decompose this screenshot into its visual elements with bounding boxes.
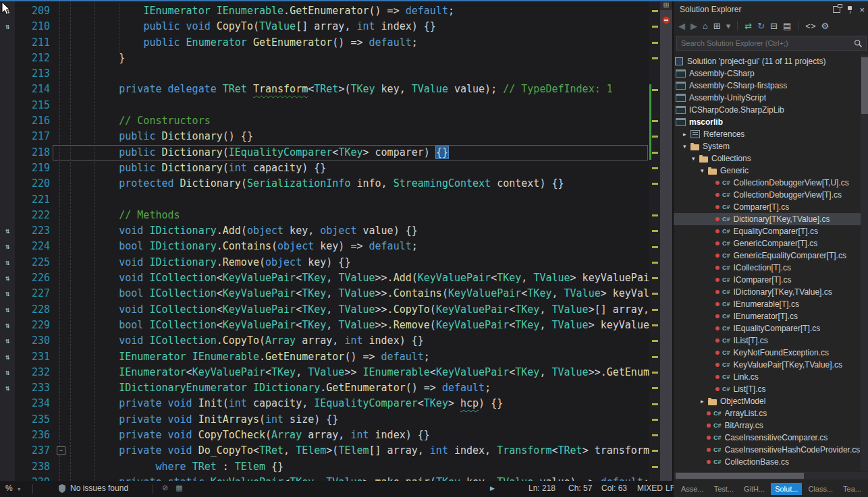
close-icon[interactable]: × — [859, 5, 865, 14]
view-code-icon[interactable]: <> — [805, 21, 815, 31]
override-glyph-icon[interactable] — [0, 160, 15, 176]
tree-item[interactable]: C#Dictionary[TKey,TValue].cs — [674, 213, 861, 225]
override-glyph-icon[interactable] — [0, 443, 15, 459]
tree-item[interactable]: C#IEnumerator[T].cs — [674, 310, 861, 322]
zoom-control[interactable]: %▼ — [5, 484, 22, 493]
code-line[interactable]: ⇅223 void IDictionary.Add(object key, ob… — [0, 223, 649, 239]
override-glyph-icon[interactable] — [0, 192, 15, 208]
tree-item[interactable]: Assembly-CSharp-firstpass — [674, 80, 861, 92]
tool-window-tab[interactable]: Solut... — [771, 483, 802, 495]
code-line[interactable]: ⇅233 IDictionaryEnumerator IDictionary.G… — [0, 380, 649, 396]
tree-item[interactable]: C#CaseInsensitiveComparer.cs — [674, 432, 861, 444]
override-glyph-icon[interactable] — [0, 475, 15, 481]
code-line[interactable]: 215 — [0, 98, 649, 113]
chevron-down-icon[interactable]: ▾ — [692, 155, 699, 162]
tree-item[interactable]: C#GenericEqualityComparer[T].cs — [674, 250, 861, 262]
tree-item[interactable]: Assembly-CSharp — [674, 67, 861, 80]
code-line[interactable]: ⇅210 public void CopyTo(TValue[] array, … — [0, 19, 649, 34]
code-line[interactable]: 235 private void InitArrays(int size) {} — [0, 412, 649, 428]
scrollbar-thumb[interactable] — [676, 473, 804, 479]
collapse-all-icon[interactable]: ⊟ — [770, 21, 778, 31]
tree-item[interactable]: C#CaseInsensitiveHashCodeProvider.cs — [674, 444, 861, 456]
tree-item[interactable]: C#GenericComparer[T].cs — [674, 237, 861, 250]
tree-item[interactable]: mscorlib — [674, 116, 861, 128]
tree-item[interactable]: ▸ObjectModel — [674, 395, 861, 407]
chevron-right-icon[interactable]: ▸ — [683, 131, 690, 138]
override-glyph-icon[interactable] — [0, 208, 15, 223]
properties-icon[interactable]: ⚙ — [821, 21, 830, 31]
override-glyph-icon[interactable] — [0, 98, 15, 113]
tool-window-tab[interactable]: GitH... — [740, 483, 769, 495]
tool-window-tab[interactable]: Test... — [710, 483, 738, 495]
solution-tree[interactable]: Solution 'project-gui' (11 of 11 project… — [674, 55, 861, 471]
override-glyph-icon[interactable] — [0, 82, 15, 97]
tree-item[interactable]: C#EqualityComparer[T].cs — [674, 225, 861, 237]
tree-item[interactable]: C#KeyValuePair[TKey,TValue].cs — [674, 359, 861, 371]
override-glyph-icon[interactable] — [0, 145, 15, 160]
tree-item[interactable]: C#IEqualityComparer[T].cs — [674, 322, 861, 334]
code-line[interactable]: ⇅225 void IDictionary.Remove(object key)… — [0, 255, 649, 270]
override-glyph-icon[interactable]: ⇅ — [0, 223, 15, 239]
chevron-down-icon[interactable]: ▾ — [683, 143, 690, 150]
override-glyph-icon[interactable]: ⇅ — [0, 302, 15, 318]
code-lines[interactable]: ⇅209 IEnumerator IEnumerable.GetEnumerat… — [0, 3, 649, 481]
tree-item[interactable]: C#ArrayList.cs — [674, 407, 861, 419]
override-glyph-icon[interactable] — [0, 113, 15, 129]
tree-horizontal-scrollbar[interactable] — [674, 472, 861, 479]
search-input[interactable] — [677, 36, 866, 50]
override-glyph-icon[interactable] — [0, 412, 15, 428]
override-glyph-icon[interactable]: ⇅ — [0, 365, 15, 380]
tool-window-tab[interactable]: Class... — [804, 483, 837, 495]
override-glyph-icon[interactable]: ⇅ — [0, 239, 15, 254]
encoding-indicator[interactable]: MIXED — [637, 484, 663, 493]
editor-vertical-scrollbar[interactable]: ⊞ — [660, 0, 672, 481]
tree-item[interactable]: C#CollectionDebuggerView[T,U].cs — [674, 177, 861, 189]
code-line[interactable]: 220 protected Dictionary(SerializationIn… — [0, 176, 649, 192]
code-line[interactable]: ⇅229 bool ICollection<KeyValuePair<TKey,… — [0, 318, 649, 333]
blocked-icon[interactable]: ⊘ — [162, 484, 168, 492]
override-glyph-icon[interactable] — [0, 428, 15, 443]
code-line[interactable]: 239 private static KeyValuePair<TKey, TV… — [0, 475, 649, 481]
home-icon[interactable]: ⌂ — [703, 21, 708, 31]
tree-item[interactable]: C#List[T].cs — [674, 383, 861, 395]
code-line[interactable]: 218 public Dictionary(IEqualityComparer<… — [0, 145, 649, 160]
code-line[interactable]: 222 // Methods — [0, 208, 649, 223]
code-line[interactable]: 234 private void Init(int capacity, IEqu… — [0, 396, 649, 411]
pin-icon[interactable] — [847, 5, 852, 14]
code-line[interactable]: 236 private void CopyToCheck(Array array… — [0, 428, 649, 443]
show-all-files-icon[interactable]: ▤ — [783, 21, 791, 31]
tree-item[interactable]: ▸References — [674, 128, 861, 140]
code-line[interactable]: 221 — [0, 192, 649, 208]
override-glyph-icon[interactable]: ⇅ — [0, 380, 15, 396]
code-line[interactable]: 237 private void Do_CopyTo<TRet, TElem>(… — [0, 443, 649, 459]
override-glyph-icon[interactable]: ⇅ — [0, 19, 15, 34]
build-status-text[interactable]: No issues found — [70, 484, 128, 493]
code-line[interactable]: ⇅227 bool ICollection<KeyValuePair<TKey,… — [0, 286, 649, 301]
search-icon[interactable] — [854, 39, 863, 48]
forward-icon[interactable]: ▶ — [690, 21, 697, 31]
back-icon[interactable]: ◀ — [678, 21, 685, 31]
code-line[interactable]: 214 private delegate TRet Transform<TRet… — [0, 82, 649, 97]
fold-collapse-icon[interactable]: − — [57, 446, 65, 455]
code-line[interactable]: 212 } — [0, 51, 649, 66]
override-glyph-icon[interactable] — [0, 396, 15, 411]
search-box[interactable] — [676, 36, 867, 51]
tool-window-tab[interactable]: Tea... — [839, 483, 865, 495]
line-indicator[interactable]: Ln: 218 — [528, 484, 555, 493]
hscroll-right-arrow-icon[interactable]: ▶ — [490, 485, 495, 492]
panel-grid-icon[interactable]: ▦ — [175, 484, 182, 492]
tree-item[interactable]: Solution 'project-gui' (11 of 11 project… — [674, 55, 861, 67]
override-glyph-icon[interactable] — [0, 129, 15, 144]
tree-vertical-scrollbar[interactable] — [861, 55, 868, 471]
tree-item[interactable]: C#BitArray.cs — [674, 419, 861, 432]
tree-item[interactable]: ▾Generic — [674, 165, 861, 177]
tree-item[interactable]: C#CollectionBase.cs — [674, 456, 861, 468]
override-glyph-icon[interactable] — [0, 459, 15, 475]
chevron-down-icon[interactable]: ▼ — [17, 487, 22, 492]
refresh-icon[interactable]: ↻ — [757, 21, 765, 31]
code-line[interactable]: 238 where TRet : TElem {} — [0, 459, 649, 475]
override-glyph-icon[interactable] — [0, 66, 15, 82]
override-glyph-icon[interactable]: ⇅ — [0, 349, 15, 365]
override-glyph-icon[interactable] — [0, 35, 15, 51]
dropdown-caret-icon[interactable]: ▾ — [726, 21, 731, 31]
